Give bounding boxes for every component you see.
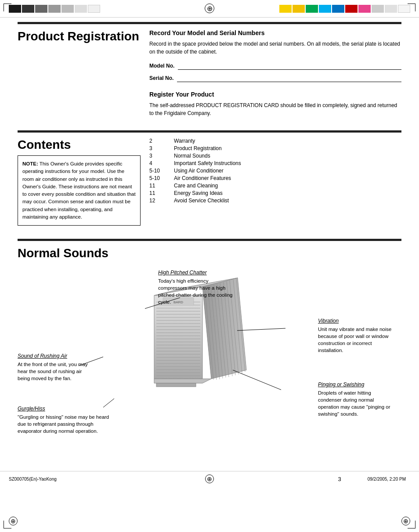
model-underline <box>178 63 401 70</box>
pinging-body: Droplets of water hitting condenser duri… <box>318 390 390 417</box>
toc-page-7: 11 <box>149 190 167 196</box>
svg-rect-42 <box>156 383 196 387</box>
svg-marker-39 <box>154 379 211 383</box>
normal-sounds-title: Normal Sounds <box>18 246 401 260</box>
swatch-7 <box>88 5 100 13</box>
toc-row: 11Energy Saving Ideas <box>149 190 401 196</box>
swatch-r9 <box>385 5 397 13</box>
toc-page-2: 3 <box>149 153 167 159</box>
svg-rect-13 <box>154 295 202 379</box>
swatch-5 <box>61 5 74 13</box>
swatch-2 <box>22 5 34 13</box>
color-strip-left <box>9 5 100 13</box>
model-label: Model No. <box>149 63 174 69</box>
crosshair-right-bottom: ⊕ <box>401 517 410 525</box>
page-content: Product Registration Record Your Model a… <box>0 18 419 467</box>
toc-row: 12Avoid Service Checklist <box>149 198 401 204</box>
swatch-r1 <box>279 5 292 13</box>
bar-left-contents <box>18 130 145 133</box>
section-divider-sounds <box>18 239 401 241</box>
vibration-label: Vibration Unit may vibrate and make nois… <box>318 317 393 354</box>
contents-title: Contents <box>18 138 141 152</box>
swatch-4 <box>48 5 61 13</box>
product-registration-section: Product Registration Record Your Model a… <box>18 22 401 117</box>
contents-content: Contents NOTE: This Owner's Guide provid… <box>18 138 401 226</box>
color-bar-top: ⊕ <box>0 0 419 18</box>
high-pitched-label: High Pitched Chatter Today's high effici… <box>158 269 237 306</box>
footer-right-group: 3 09/2/2005, 2:20 PM <box>338 476 406 482</box>
record-body: Record in the space provided below the m… <box>149 40 401 56</box>
product-reg-right: Record Your Model and Serial Numbers Rec… <box>149 29 401 117</box>
product-reg-content: Product Registration Record Your Model a… <box>18 29 401 117</box>
high-pitched-title: High Pitched Chatter <box>158 269 237 277</box>
note-bold-text: NOTE: <box>22 161 38 166</box>
footer-center: ⊕ <box>205 474 214 483</box>
gurgle-body: "Gurgling or hissing" noise may be heard… <box>18 414 109 434</box>
section-divider-contents <box>18 130 401 133</box>
register-product-body: The self-addressed PRODUCT REGISTRATION … <box>149 101 401 117</box>
register-product-title: Register Your Product <box>149 91 401 98</box>
footer-right: 09/2/2005, 2:20 PM <box>368 477 406 482</box>
vibration-title: Vibration <box>318 317 393 325</box>
toc-item-4: Using Air Conditioner <box>174 168 401 174</box>
bar-right-sounds <box>145 239 401 241</box>
registration-mark-bottom: ⊕ <box>205 474 214 483</box>
toc-row: 11Care and Cleaning <box>149 183 401 189</box>
crosshair-top: ⊕ <box>205 4 214 13</box>
normal-sounds-section: Normal Sounds <box>18 239 401 449</box>
serial-label: Serial No. <box>149 75 173 81</box>
gurgle-label: Gurgle/Hiss "Gurgling or hissing" noise … <box>18 405 110 435</box>
bar-left-sounds <box>18 239 145 241</box>
toc-item-1: Product Registration <box>174 145 401 151</box>
rushing-air-body: At the front of the unit, you may hear t… <box>18 362 88 381</box>
section-divider-product-reg <box>18 22 401 24</box>
swatch-r7 <box>358 5 371 13</box>
toc-item-0: Warranty <box>174 138 401 144</box>
footer-bar: SZ000705(En)-YaoKong ⊕ 3 09/2/2005, 2:20… <box>0 471 419 486</box>
contents-right: 2Warranty3Product Registration3Normal So… <box>149 138 401 226</box>
toc-page-0: 2 <box>149 138 167 144</box>
note-body-text: This Owner's Guide provides specific ope… <box>22 161 136 219</box>
footer-page: 3 <box>338 476 341 482</box>
serial-underline <box>177 75 401 82</box>
toc-page-4: 5-10 <box>149 168 167 174</box>
toc-item-8: Avoid Service Checklist <box>174 198 401 204</box>
serial-field-row: Serial No. <box>149 75 401 82</box>
toc-item-7: Energy Saving Ideas <box>174 190 401 196</box>
swatch-r4 <box>319 5 331 13</box>
rushing-air-label: Sound of Rushing Air At the front of the… <box>18 352 90 382</box>
bar-right-contents <box>145 130 401 133</box>
toc-page-1: 3 <box>149 145 167 151</box>
toc-row: 3Product Registration <box>149 145 401 151</box>
toc-page-3: 4 <box>149 160 167 166</box>
color-strip-right <box>279 5 410 13</box>
toc-row: 5-10Air Conditioner Features <box>149 175 401 181</box>
swatch-r8 <box>372 5 384 13</box>
swatch-3 <box>35 5 47 13</box>
toc-item-2: Normal Sounds <box>174 153 401 159</box>
product-reg-left: Product Registration <box>18 29 141 117</box>
note-box: NOTE: This Owner's Guide provides specif… <box>18 155 141 226</box>
toc-page-8: 12 <box>149 198 167 204</box>
footer-left: SZ000705(En)-YaoKong <box>9 477 57 482</box>
toc-page-6: 11 <box>149 183 167 189</box>
contents-section: Contents NOTE: This Owner's Guide provid… <box>18 130 401 226</box>
swatch-6 <box>75 5 87 13</box>
toc-row: 4Important Safety Instructions <box>149 160 401 166</box>
model-field-row: Model No. <box>149 63 401 70</box>
toc-row: 2Warranty <box>149 138 401 144</box>
corner-mark-tl <box>4 4 11 11</box>
product-reg-title: Product Registration <box>18 29 141 43</box>
swatch-r5 <box>332 5 344 13</box>
gurgle-title: Gurgle/Hiss <box>18 405 110 413</box>
toc-page-5: 5-10 <box>149 175 167 181</box>
toc-item-6: Care and Cleaning <box>174 183 401 189</box>
toc-table: 2Warranty3Product Registration3Normal So… <box>149 138 401 204</box>
pinging-title: Pinging or Swishing <box>318 381 393 388</box>
toc-row: 5-10Using Air Conditioner <box>149 168 401 174</box>
bar-right-product-reg <box>145 22 401 24</box>
vibration-body: Unit may vibrate and make noise because … <box>318 327 391 353</box>
toc-item-3: Important Safety Instructions <box>174 160 401 166</box>
crosshair-left-bottom: ⊕ <box>9 517 18 525</box>
bar-left-product-reg <box>18 22 145 24</box>
